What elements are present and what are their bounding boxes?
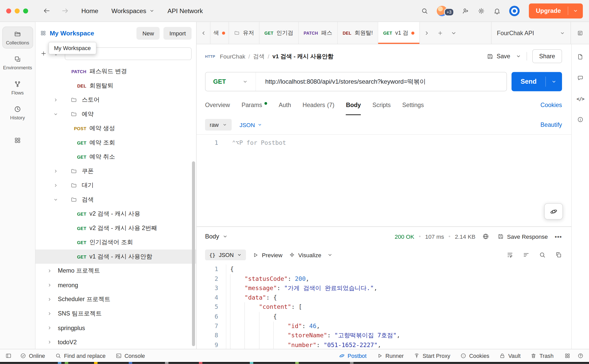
request-item[interactable]: POST예약 생성 [35,121,196,136]
rail-item-history[interactable]: History [2,102,33,124]
collection-item[interactable]: merong [35,278,196,292]
cookies-link[interactable]: Cookies [540,102,562,109]
sidebar-scrollbar-thumb[interactable] [192,161,195,346]
folder-item[interactable]: 예약 [35,107,196,121]
close-window-button[interactable] [6,8,11,13]
request-title[interactable]: v1 검색 - 캐시 사용안함 [272,53,334,60]
collection-item[interactable]: springplus [35,321,196,335]
request-body-editor[interactable]: 1 ⌃⌥P for Postbot [197,135,571,227]
request-item[interactable]: PATCH패스워드 변경 [35,64,196,79]
help-icon[interactable] [577,352,584,359]
beautify-button[interactable]: Beautify [540,121,562,128]
more-tools-button[interactable] [14,137,21,146]
nav-workspaces[interactable]: Workspaces [112,7,154,15]
send-options-button[interactable] [546,79,562,84]
import-button[interactable]: Import [164,27,192,40]
preview-button[interactable]: Preview [252,252,282,258]
request-item[interactable]: DEL회원탈퇴 [35,79,196,93]
request-tab[interactable]: PATCH패스 [299,22,338,44]
response-size[interactable]: 2.14 KB [455,233,475,240]
copy-response-icon[interactable] [555,252,562,258]
forward-arrow-icon[interactable] [61,7,69,15]
new-button[interactable]: New [137,27,160,40]
collection-item[interactable]: Scheduler 프로젝트 [35,292,196,307]
filter-results-icon[interactable] [523,252,530,258]
collection-item[interactable]: SNS 팀프로젝트 [35,306,196,321]
collection-item[interactable]: todoV2 [35,335,196,349]
request-tab-params[interactable]: Params [242,95,267,115]
request-tab-body[interactable]: Body [346,95,361,115]
request-tab-settings[interactable]: Settings [402,95,424,115]
notifications-bell-icon[interactable] [493,7,501,15]
add-icon[interactable] [40,50,47,57]
statusbar-console[interactable]: Console [116,352,145,359]
status-badge[interactable]: 200 OK [395,233,414,240]
statusbar-runner[interactable]: Runner [376,352,404,359]
search-response-icon[interactable] [539,252,546,258]
nav-home[interactable]: Home [81,7,98,15]
folder-item[interactable]: 대기 [35,178,196,193]
tab-options-button[interactable] [447,22,461,44]
more-actions-button[interactable]: ••• [555,233,562,240]
zoom-window-button[interactable] [23,8,28,13]
workspace-name[interactable]: My Workspace [50,30,94,37]
request-tab[interactable]: 색 [210,22,229,44]
context-comment-button[interactable] [577,75,584,81]
context-info-button[interactable] [577,116,584,123]
breadcrumb-folder[interactable]: 검색 [253,53,265,60]
method-selector[interactable]: GET [206,78,256,85]
share-button[interactable]: Share [532,49,562,63]
request-tab-overview[interactable]: Overview [205,95,230,115]
new-tab-button[interactable] [433,22,447,44]
breadcrumb-collection[interactable]: FourChak [220,53,245,60]
account-menu[interactable]: +3 [437,6,447,16]
url-input[interactable]: http://localhost:8080/api/v1/stores/sear… [256,72,507,91]
body-language-selector[interactable]: JSON [240,121,262,128]
folder-item[interactable]: 스토어 [35,93,196,107]
statusbar-cookies[interactable]: Cookies [460,352,489,359]
request-item[interactable]: GETv2 검색 - 캐시 사용 [35,207,196,221]
postbot-button[interactable] [544,203,563,219]
back-arrow-icon[interactable] [43,7,51,15]
request-tab[interactable]: 유저 [229,22,260,44]
request-tab[interactable]: GET인기검 [260,22,299,44]
scroll-tabs-left-button[interactable] [197,22,210,44]
statusbar-find-and-replace[interactable]: Find and replace [55,352,106,359]
request-item[interactable]: GETv1 검색 - 캐시 사용안함 [35,250,196,264]
collection-item[interactable]: Memo 프로젝트 [35,264,196,278]
folder-item[interactable]: 검색 [35,193,196,207]
request-tab-scripts[interactable]: Scripts [372,95,391,115]
statusbar-start-proxy[interactable]: Start Proxy [414,352,450,359]
upgrade-button[interactable]: Upgrade [529,3,583,18]
statusbar-postbot[interactable]: Postbot [339,352,366,359]
toggle-sidebar-icon[interactable] [5,352,12,359]
request-tab-headers[interactable]: Headers(7) [302,95,334,115]
request-item[interactable]: GET인기검색어 조회 [35,235,196,250]
rail-item-environments[interactable]: Environments [2,52,33,74]
nav-api-network[interactable]: API Network [168,7,203,15]
minimize-window-button[interactable] [15,8,20,13]
response-body[interactable]: 1{2"statusCode": 200,3"message": "가게 검색이… [197,264,571,349]
wrap-lines-icon[interactable] [507,252,513,258]
context-document-button[interactable] [577,54,584,60]
environment-selector[interactable]: FourChak API [491,22,570,44]
team-logo[interactable] [509,6,520,16]
save-button[interactable]: Save [487,53,510,60]
visualize-button[interactable]: Visualize [289,252,321,258]
request-item[interactable]: GET예약 조회 [35,136,196,150]
body-type-selector[interactable]: raw [205,119,232,131]
request-tab[interactable]: GETv1 검 [378,22,420,44]
visualize-options-chevron[interactable] [327,252,333,258]
request-tab[interactable]: DEL회원탈! [338,22,378,44]
scroll-tabs-right-button[interactable] [420,22,434,44]
context-code-button[interactable]: </> [577,96,584,102]
statusbar-online[interactable]: Online [20,352,45,359]
response-format-selector[interactable]: {} JSON [205,250,246,260]
request-tab-auth[interactable]: Auth [279,95,291,115]
layout-icon[interactable] [564,352,570,359]
environment-quick-look-button[interactable] [570,22,589,44]
save-options-chevron[interactable] [516,54,521,59]
settings-gear-icon[interactable] [478,7,485,15]
rail-item-collections[interactable]: Collections [2,27,33,49]
folder-item[interactable]: 쿠폰 [35,164,196,178]
